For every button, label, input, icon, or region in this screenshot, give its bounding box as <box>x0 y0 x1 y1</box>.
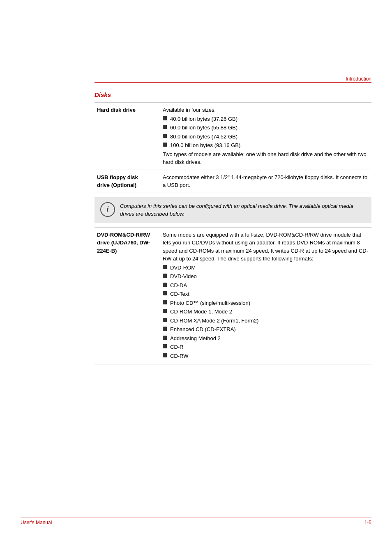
bullet-icon <box>163 353 167 357</box>
row-description: Some models are equipped with a full-siz… <box>163 231 369 263</box>
section-title: Disks <box>95 91 371 98</box>
header-rule <box>95 82 371 83</box>
list-item: Addressing Method 2 <box>163 334 369 343</box>
list-item: DVD-Video <box>163 272 369 281</box>
bullet-icon <box>163 336 167 340</box>
bullet-icon <box>163 344 167 348</box>
list-item: 40.0 billion bytes (37.26 GB) <box>163 115 369 123</box>
bullet-icon <box>163 125 167 129</box>
row-label: USB floppy disk drive (Optional) <box>95 170 160 193</box>
bullet-icon <box>163 283 167 287</box>
list-item-text: DVD-ROM <box>170 264 196 272</box>
table-row: USB floppy disk drive (Optional) Accommo… <box>95 170 371 193</box>
bullet-icon <box>163 143 167 147</box>
info-text: Computers in this series can be configur… <box>120 202 366 218</box>
info-box: i Computers in this series can be config… <box>95 197 371 223</box>
list-item: CD-Text <box>163 290 369 298</box>
main-content: Disks Hard disk drive Available in four … <box>95 86 371 364</box>
list-item-text: CD-R <box>170 343 184 351</box>
list-item: Photo CD™ (single/multi-session) <box>163 299 369 307</box>
table-row: Hard disk drive Available in four sizes.… <box>95 103 371 170</box>
spec-table: Hard disk drive Available in four sizes.… <box>95 102 371 193</box>
list-item-text: CD-ROM XA Mode 2 (Form1, Form2) <box>170 317 258 325</box>
row-label: Hard disk drive <box>95 103 160 170</box>
list-item: CD-ROM XA Mode 2 (Form1, Form2) <box>163 317 369 325</box>
bullet-list: DVD-ROM DVD-Video CD-DA <box>163 264 369 360</box>
row-content: Some models are equipped with a full-siz… <box>160 227 371 364</box>
row-content: Available in four sizes. 40.0 billion by… <box>160 103 371 170</box>
list-item: CD-R <box>163 343 369 351</box>
list-item-text: 80.0 billion bytes (74.52 GB) <box>170 133 238 141</box>
list-item-text: Photo CD™ (single/multi-session) <box>170 299 250 307</box>
footer-right: 1-5 <box>364 520 371 525</box>
info-icon: i <box>100 202 115 217</box>
list-item: Enhanced CD (CD-EXTRA) <box>163 325 369 334</box>
footer-rule <box>21 518 371 518</box>
row-description: Accommodates either 3 1/2" 1.44-megabyte… <box>163 173 369 189</box>
footer-left: User's Manual <box>21 520 52 525</box>
list-item-text: CD-ROM Mode 1, Mode 2 <box>170 308 232 316</box>
row-extra-text: Two types of models are available: one w… <box>163 150 369 166</box>
bullet-icon <box>163 300 167 304</box>
bullet-list: 40.0 billion bytes (37.26 GB) 60.0 billi… <box>163 115 369 150</box>
bullet-icon <box>163 327 167 331</box>
list-item-text: CD-Text <box>170 290 189 298</box>
list-item: 100.0 billion bytes (93.16 GB) <box>163 141 369 150</box>
header-intro: Introduction <box>346 76 371 82</box>
list-item-text: 60.0 billion bytes (55.88 GB) <box>170 124 238 132</box>
list-item-text: Addressing Method 2 <box>170 334 221 343</box>
bullet-icon <box>163 116 167 120</box>
table-row: DVD-ROM&CD-R/RW drive (UJDA760, DW-224E-… <box>95 227 371 364</box>
row-label: DVD-ROM&CD-R/RW drive (UJDA760, DW-224E-… <box>95 227 160 364</box>
list-item-text: DVD-Video <box>170 272 197 281</box>
row-description: Available in four sizes. <box>163 106 369 114</box>
bullet-icon <box>163 265 167 269</box>
row-content: Accommodates either 3 1/2" 1.44-megabyte… <box>160 170 371 193</box>
list-item: 80.0 billion bytes (74.52 GB) <box>163 133 369 141</box>
page-container: Introduction Disks Hard disk drive Avail… <box>0 0 392 555</box>
list-item-text: CD-RW <box>170 352 189 360</box>
dvd-spec-table: DVD-ROM&CD-R/RW drive (UJDA760, DW-224E-… <box>95 227 371 365</box>
list-item: CD-RW <box>163 352 369 360</box>
bullet-icon <box>163 309 167 313</box>
bullet-icon <box>163 318 167 322</box>
list-item: CD-DA <box>163 281 369 290</box>
list-item-text: CD-DA <box>170 281 187 290</box>
list-item: DVD-ROM <box>163 264 369 272</box>
bullet-icon <box>163 274 167 278</box>
list-item-text: 100.0 billion bytes (93.16 GB) <box>170 141 240 150</box>
bullet-icon <box>163 291 167 295</box>
list-item-text: Enhanced CD (CD-EXTRA) <box>170 325 236 334</box>
list-item: CD-ROM Mode 1, Mode 2 <box>163 308 369 316</box>
list-item-text: 40.0 billion bytes (37.26 GB) <box>170 115 238 123</box>
list-item: 60.0 billion bytes (55.88 GB) <box>163 124 369 132</box>
bullet-icon <box>163 134 167 138</box>
